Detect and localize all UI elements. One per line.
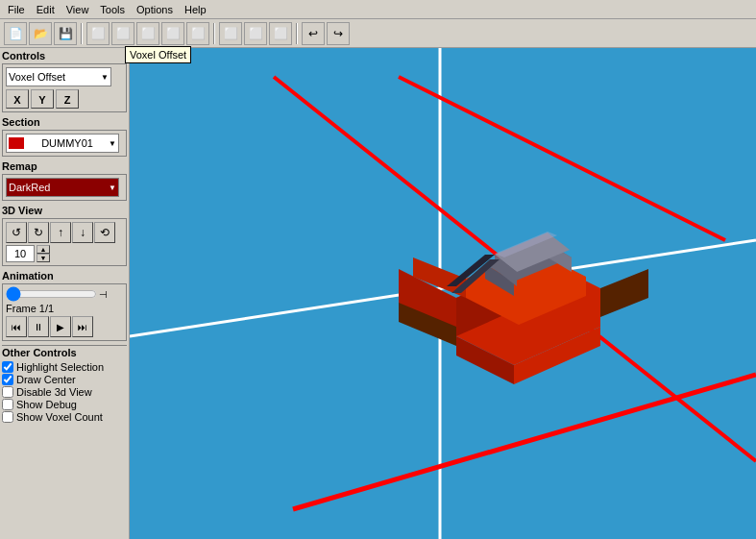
zoom-input[interactable] bbox=[6, 245, 35, 262]
show-debug-row[interactable]: Show Debug bbox=[2, 399, 127, 410]
highlight-selection-row[interactable]: Highlight Selection bbox=[2, 361, 127, 373]
menu-view[interactable]: View bbox=[61, 2, 95, 17]
voxeloffset-dropdown[interactable]: Voxel Offset ▼ bbox=[6, 67, 111, 86]
left-panel: Controls Voxel Offset ▼ X Y Z Section DU… bbox=[0, 48, 130, 539]
toolbar-new[interactable]: 📄 bbox=[4, 22, 27, 45]
zoom-row: ▲ ▼ bbox=[6, 245, 123, 262]
rotate-right-btn[interactable]: ↻ bbox=[28, 222, 49, 243]
view-controls: ↺ ↻ ↑ ↓ ⟲ bbox=[6, 222, 123, 243]
dropdown-arrow-icon: ▼ bbox=[101, 73, 109, 82]
menu-edit[interactable]: Edit bbox=[31, 2, 61, 17]
remap-box: DarkRed ▼ bbox=[2, 174, 127, 201]
view3d-box: ↺ ↻ ↑ ↓ ⟲ ▲ ▼ bbox=[2, 218, 127, 266]
tooltip-voxeloffset: Voxel Offset bbox=[125, 46, 191, 63]
toolbar-b5[interactable]: ⬜ bbox=[186, 22, 209, 45]
x-button[interactable]: X bbox=[6, 89, 29, 109]
view-reset-btn[interactable]: ⟲ bbox=[94, 222, 115, 243]
animation-slider[interactable] bbox=[6, 287, 97, 301]
toolbar-save[interactable]: 💾 bbox=[54, 22, 77, 45]
playback-row: ⏮ ⏸ ▶ ⏭ bbox=[6, 316, 123, 337]
other-controls-title: Other Controls bbox=[2, 345, 127, 359]
show-debug-label: Show Debug bbox=[16, 399, 77, 410]
show-voxel-count-label: Show Voxel Count bbox=[16, 411, 103, 423]
highlight-selection-label: Highlight Selection bbox=[16, 361, 104, 373]
section-dropdown[interactable]: DUMMY01 ▼ bbox=[6, 134, 119, 153]
show-voxel-count-row[interactable]: Show Voxel Count bbox=[2, 411, 127, 423]
menu-file[interactable]: File bbox=[2, 2, 31, 17]
z-button[interactable]: Z bbox=[56, 89, 79, 109]
zoom-spinner: ▲ ▼ bbox=[37, 245, 50, 262]
anim-frame-label: Frame 1/1 bbox=[6, 303, 123, 314]
disable-3dview-checkbox[interactable] bbox=[2, 386, 13, 398]
toolbar-b1[interactable]: ⬜ bbox=[86, 22, 110, 45]
remap-section: Remap DarkRed ▼ bbox=[2, 160, 127, 201]
draw-center-row[interactable]: Draw Center bbox=[2, 374, 127, 385]
draw-center-checkbox[interactable] bbox=[2, 374, 13, 385]
controls-section: Controls Voxel Offset ▼ X Y Z bbox=[2, 50, 127, 112]
toolbar-undo[interactable]: ↩ bbox=[302, 22, 325, 45]
toolbar-b6[interactable]: ⬜ bbox=[219, 22, 242, 45]
section-box: DUMMY01 ▼ bbox=[2, 130, 127, 157]
highlight-selection-checkbox[interactable] bbox=[2, 361, 13, 373]
dummy-icon bbox=[9, 137, 24, 149]
rotate-left-btn[interactable]: ↺ bbox=[6, 222, 27, 243]
toolbar-b3[interactable]: ⬜ bbox=[136, 22, 159, 45]
play-start-btn[interactable]: ⏮ bbox=[6, 316, 27, 337]
menu-tools[interactable]: Tools bbox=[94, 2, 131, 17]
animation-title: Animation bbox=[2, 270, 127, 282]
canvas-area[interactable] bbox=[130, 48, 756, 539]
toolbar-b8[interactable]: ⬜ bbox=[269, 22, 292, 45]
animation-section: Animation ⊣ Frame 1/1 ⏮ ⏸ ▶ ⏭ bbox=[2, 270, 127, 341]
other-controls-box: Highlight Selection Draw Center Disable … bbox=[2, 359, 127, 426]
remap-selected-label: DarkRed bbox=[9, 182, 50, 193]
view3d-title: 3D View bbox=[2, 205, 127, 216]
play-end-btn[interactable]: ⏭ bbox=[72, 316, 93, 337]
zoom-up-btn[interactable]: ▲ bbox=[37, 245, 50, 254]
controls-title: Controls bbox=[2, 50, 127, 61]
tank-svg bbox=[130, 48, 756, 539]
toolbar-sep1 bbox=[81, 23, 83, 44]
anim-end-icon: ⊣ bbox=[99, 289, 108, 300]
remap-title: Remap bbox=[2, 160, 127, 172]
toolbar-sep2 bbox=[213, 23, 215, 44]
toolbar-b4[interactable]: ⬜ bbox=[161, 22, 184, 45]
disable-3dview-label: Disable 3d View bbox=[16, 386, 92, 398]
tilt-down-btn[interactable]: ↓ bbox=[72, 222, 93, 243]
draw-center-label: Draw Center bbox=[16, 374, 76, 385]
anim-slider-row: ⊣ bbox=[6, 287, 123, 301]
remap-dropdown-arrow-icon: ▼ bbox=[109, 184, 116, 192]
other-controls-section: Other Controls Highlight Selection Draw … bbox=[2, 345, 127, 426]
xyz-row: X Y Z bbox=[6, 89, 123, 109]
toolbar-b7[interactable]: ⬜ bbox=[244, 22, 267, 45]
menu-options[interactable]: Options bbox=[131, 2, 179, 17]
toolbar-sep3 bbox=[296, 23, 298, 44]
play-pause-btn[interactable]: ⏸ bbox=[28, 316, 49, 337]
section-selected-label: DUMMY01 bbox=[41, 137, 93, 149]
view3d-section: 3D View ↺ ↻ ↑ ↓ ⟲ ▲ ▼ bbox=[2, 205, 127, 266]
menubar: File Edit View Tools Options Help bbox=[0, 0, 756, 19]
section-dropdown-arrow-icon: ▼ bbox=[109, 139, 116, 148]
zoom-down-btn[interactable]: ▼ bbox=[37, 254, 50, 262]
section-section: Section DUMMY01 ▼ bbox=[2, 116, 127, 157]
tilt-up-btn[interactable]: ↑ bbox=[50, 222, 71, 243]
y-button[interactable]: Y bbox=[31, 89, 54, 109]
animation-box: ⊣ Frame 1/1 ⏮ ⏸ ▶ ⏭ bbox=[2, 283, 127, 341]
section-title: Section bbox=[2, 116, 127, 128]
disable-3dview-row[interactable]: Disable 3d View bbox=[2, 386, 127, 398]
play-play-btn[interactable]: ▶ bbox=[50, 316, 71, 337]
toolbar-redo[interactable]: ↪ bbox=[327, 22, 350, 45]
toolbar-b2[interactable]: ⬜ bbox=[111, 22, 134, 45]
show-debug-checkbox[interactable] bbox=[2, 399, 13, 410]
toolbar: 📄 📂 💾 ⬜ ⬜ ⬜ ⬜ ⬜ ⬜ ⬜ ⬜ ↩ ↪ Voxel Offset bbox=[0, 19, 756, 48]
menu-help[interactable]: Help bbox=[179, 2, 212, 17]
toolbar-open[interactable]: 📂 bbox=[29, 22, 52, 45]
show-voxel-count-checkbox[interactable] bbox=[2, 411, 13, 423]
remap-dropdown[interactable]: DarkRed ▼ bbox=[6, 178, 119, 197]
voxeloffset-label: Voxel Offset bbox=[9, 71, 65, 83]
main-area: Controls Voxel Offset ▼ X Y Z Section DU… bbox=[0, 48, 756, 539]
controls-box: Voxel Offset ▼ X Y Z bbox=[2, 63, 127, 112]
